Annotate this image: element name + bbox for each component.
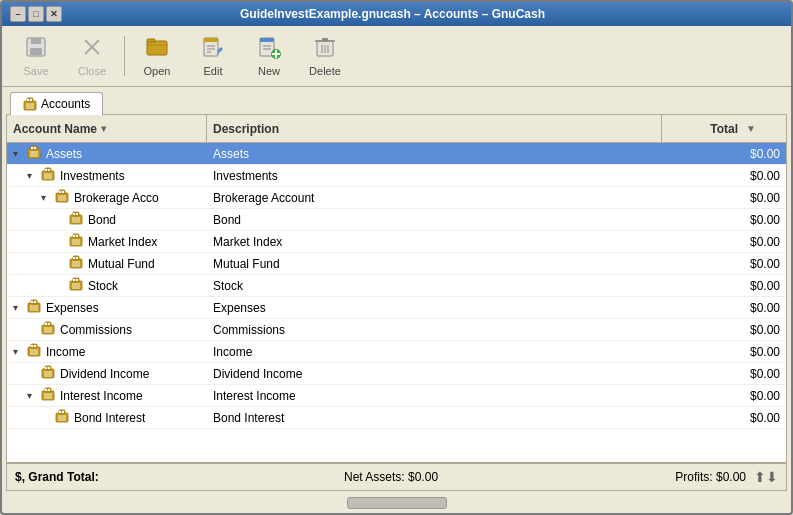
svg-rect-28: [30, 99, 32, 101]
svg-rect-104: [45, 367, 47, 369]
expand-arrow-icon[interactable]: ▾: [13, 346, 25, 357]
account-name: Income: [46, 345, 85, 359]
description-cell: Mutual Fund: [207, 253, 686, 274]
column-description[interactable]: Description: [207, 115, 662, 142]
expand-arrow-icon[interactable]: ▾: [27, 390, 39, 401]
description-cell: Expenses: [207, 297, 686, 318]
column-total[interactable]: Total ▼: [662, 115, 762, 142]
description-cell: Assets: [207, 143, 686, 164]
scrollbar-area: [2, 495, 791, 513]
account-name-cell: Bond Interest: [7, 407, 207, 428]
table-row[interactable]: Dividend Income Dividend Income $0.00: [7, 363, 786, 385]
table-row[interactable]: ▾ Income Income $0.00: [7, 341, 786, 363]
description-cell: Income: [207, 341, 686, 362]
svg-rect-118: [59, 411, 61, 413]
toolbar: Save Close Open: [2, 26, 791, 87]
svg-rect-77: [76, 279, 78, 281]
expand-arrow-icon[interactable]: ▾: [13, 148, 25, 159]
save-button[interactable]: Save: [10, 30, 62, 82]
total-cell: $0.00: [686, 187, 786, 208]
account-type-icon: [69, 277, 83, 294]
svg-rect-84: [34, 301, 36, 303]
horizontal-scrollbar[interactable]: [347, 497, 447, 509]
table-body: ▾ Assets Assets $0.00 ▾: [7, 143, 786, 462]
total-cell: $0.00: [686, 253, 786, 274]
delete-button[interactable]: Delete: [299, 30, 351, 82]
tab-accounts[interactable]: Accounts: [10, 92, 103, 115]
account-name: Investments: [60, 169, 125, 183]
account-type-icon: [69, 211, 83, 228]
account-type-icon: [69, 233, 83, 250]
svg-rect-56: [76, 213, 78, 215]
total-cell: $0.00: [686, 341, 786, 362]
account-name: Brokerage Acco: [74, 191, 159, 205]
close-button[interactable]: ✕: [46, 6, 62, 22]
table-row[interactable]: Stock Stock $0.00: [7, 275, 786, 297]
description-cell: Interest Income: [207, 385, 686, 406]
profits-value: Profits: $0.00: [675, 470, 746, 484]
total-cell: $0.00: [686, 297, 786, 318]
edit-button[interactable]: Edit: [187, 30, 239, 82]
svg-rect-119: [62, 411, 64, 413]
account-name: Dividend Income: [60, 367, 149, 381]
window-title: GuideInvestExample.gnucash – Accounts – …: [62, 7, 723, 21]
save-icon: [24, 35, 48, 63]
table-row[interactable]: Commissions Commissions $0.00: [7, 319, 786, 341]
table-row[interactable]: ▾ Investments Investments $0.00: [7, 165, 786, 187]
delete-icon: [313, 35, 337, 63]
total-cell: $0.00: [686, 143, 786, 164]
description-cell: Brokerage Account: [207, 187, 686, 208]
column-account-name[interactable]: Account Name ▾: [7, 115, 207, 142]
table-row[interactable]: Bond Bond $0.00: [7, 209, 786, 231]
new-label: New: [258, 65, 280, 77]
table-row[interactable]: Bond Interest Bond Interest $0.00: [7, 407, 786, 429]
scroll-down-icon[interactable]: ▼: [746, 123, 756, 134]
tab-bar: Accounts: [2, 87, 791, 114]
expand-arrow-icon[interactable]: ▾: [27, 170, 39, 181]
account-name: Interest Income: [60, 389, 143, 403]
account-name-cell: ▾ Assets: [7, 143, 207, 164]
description-header: Description: [213, 122, 279, 136]
minimize-button[interactable]: –: [10, 6, 26, 22]
account-type-icon: [55, 189, 69, 206]
table-header: Account Name ▾ Description Total ▼: [7, 115, 786, 143]
table-row[interactable]: ▾ Assets Assets $0.00: [7, 143, 786, 165]
accounts-table: Account Name ▾ Description Total ▼ ▾: [6, 114, 787, 463]
account-name: Mutual Fund: [88, 257, 155, 271]
svg-rect-70: [76, 257, 78, 259]
toolbar-separator-1: [124, 36, 125, 76]
accounts-tab-icon: [23, 97, 37, 111]
edit-icon: [201, 35, 225, 63]
delete-label: Delete: [309, 65, 341, 77]
description-cell: Investments: [207, 165, 686, 186]
svg-rect-90: [45, 323, 47, 325]
close-toolbar-button[interactable]: Close: [66, 30, 118, 82]
account-type-icon: [27, 299, 41, 316]
account-name-cell: Market Index: [7, 231, 207, 252]
table-row[interactable]: ▾ Expenses Expenses $0.00: [7, 297, 786, 319]
maximize-button[interactable]: □: [28, 6, 44, 22]
total-header: Total: [710, 122, 738, 136]
account-name: Expenses: [46, 301, 99, 315]
new-button[interactable]: New: [243, 30, 295, 82]
open-button[interactable]: Open: [131, 30, 183, 82]
total-cell: $0.00: [686, 275, 786, 296]
status-bar: $, Grand Total: Net Assets: $0.00 Profit…: [6, 463, 787, 491]
expand-arrow-icon[interactable]: ▾: [41, 192, 53, 203]
expand-arrow-icon[interactable]: ▾: [13, 302, 25, 313]
description-cell: Market Index: [207, 231, 686, 252]
table-row[interactable]: Mutual Fund Mutual Fund $0.00: [7, 253, 786, 275]
svg-rect-2: [30, 48, 42, 55]
table-row[interactable]: Market Index Market Index $0.00: [7, 231, 786, 253]
close-label: Close: [78, 65, 106, 77]
net-assets-value: Net Assets: $0.00: [107, 470, 675, 484]
account-type-icon: [69, 255, 83, 272]
description-cell: Stock: [207, 275, 686, 296]
svg-rect-112: [48, 389, 50, 391]
account-name-cell: Dividend Income: [7, 363, 207, 384]
table-row[interactable]: ▾ Interest Income Interest Income $0.00: [7, 385, 786, 407]
svg-rect-8: [204, 38, 218, 42]
account-name: Market Index: [88, 235, 157, 249]
account-type-icon: [41, 387, 55, 404]
table-row[interactable]: ▾ Brokerage Acco Brokerage Account $0.00: [7, 187, 786, 209]
